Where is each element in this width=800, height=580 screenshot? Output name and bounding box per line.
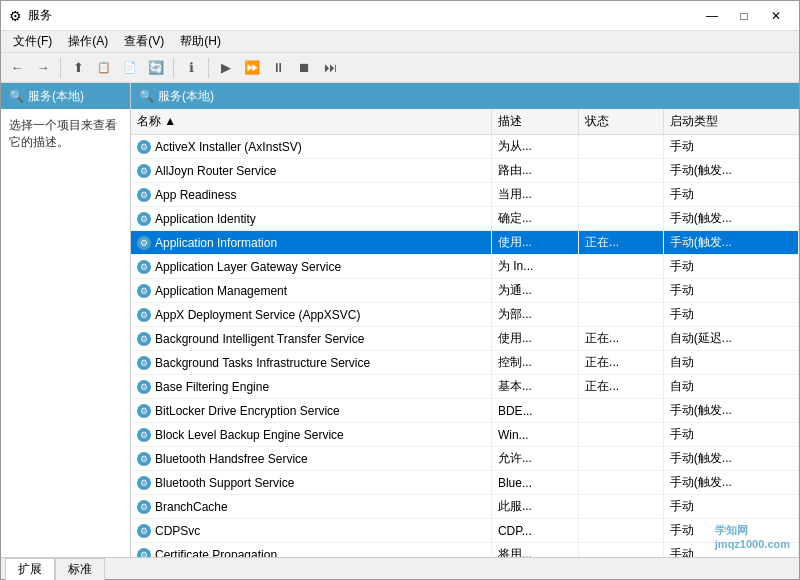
- service-icon: ⚙: [137, 380, 151, 394]
- service-status: [579, 543, 664, 558]
- service-desc: Win...: [491, 423, 578, 447]
- service-icon: ⚙: [137, 356, 151, 370]
- refresh-button[interactable]: 🔄: [144, 56, 168, 80]
- service-startup: 手动(触发...: [663, 447, 798, 471]
- service-icon: ⚙: [137, 140, 151, 154]
- menu-help[interactable]: 帮助(H): [172, 31, 229, 52]
- service-icon: ⚙: [137, 524, 151, 538]
- minimize-button[interactable]: —: [697, 5, 727, 27]
- table-row[interactable]: ⚙Certificate Propagation将用...手动: [131, 543, 799, 558]
- service-status: [579, 519, 664, 543]
- col-desc[interactable]: 描述: [491, 109, 578, 135]
- header-row: 名称 ▲ 描述 状态 启动类型: [131, 109, 799, 135]
- service-icon: ⚙: [137, 452, 151, 466]
- service-status: 正在...: [579, 231, 664, 255]
- main-content: 🔍 服务(本地) 选择一个项目来查看它的描述。 🔍 服务(本地) 名称 ▲ 描述…: [1, 83, 799, 557]
- table-row[interactable]: ⚙Application Layer Gateway Service为 In..…: [131, 255, 799, 279]
- properties-button[interactable]: ℹ: [179, 56, 203, 80]
- service-icon: ⚙: [137, 404, 151, 418]
- service-name: ⚙ActiveX Installer (AxInstSV): [131, 135, 491, 159]
- forward-button[interactable]: →: [31, 56, 55, 80]
- table-row[interactable]: ⚙Application Information使用...正在...手动(触发.…: [131, 231, 799, 255]
- service-icon: ⚙: [137, 548, 151, 557]
- left-pane-header: 🔍 服务(本地): [1, 83, 130, 109]
- service-name: ⚙Application Management: [131, 279, 491, 303]
- col-startup[interactable]: 启动类型: [663, 109, 798, 135]
- table-header: 名称 ▲ 描述 状态 启动类型: [131, 109, 799, 135]
- table-row[interactable]: ⚙AllJoyn Router Service路由...手动(触发...: [131, 159, 799, 183]
- col-status[interactable]: 状态: [579, 109, 664, 135]
- title-bar: ⚙ 服务 — □ ✕: [1, 1, 799, 31]
- service-icon: ⚙: [137, 428, 151, 442]
- table-row[interactable]: ⚙Bluetooth Support ServiceBlue...手动(触发..…: [131, 471, 799, 495]
- service-desc: Blue...: [491, 471, 578, 495]
- service-startup: 手动: [663, 303, 798, 327]
- service-status: 正在...: [579, 327, 664, 351]
- service-startup: 手动: [663, 543, 798, 558]
- menu-view[interactable]: 查看(V): [116, 31, 172, 52]
- maximize-button[interactable]: □: [729, 5, 759, 27]
- service-status: 正在...: [579, 351, 664, 375]
- table-row[interactable]: ⚙Bluetooth Handsfree Service允许...手动(触发..…: [131, 447, 799, 471]
- close-button[interactable]: ✕: [761, 5, 791, 27]
- table-row[interactable]: ⚙AppX Deployment Service (AppXSVC)为部...手…: [131, 303, 799, 327]
- service-desc: CDP...: [491, 519, 578, 543]
- start-button[interactable]: ▶: [214, 56, 238, 80]
- service-desc: 为部...: [491, 303, 578, 327]
- table-row[interactable]: ⚙BitLocker Drive Encryption ServiceBDE..…: [131, 399, 799, 423]
- back-button[interactable]: ←: [5, 56, 29, 80]
- service-status: [579, 183, 664, 207]
- service-name: ⚙Application Information: [131, 231, 491, 255]
- table-row[interactable]: ⚙Base Filtering Engine基本...正在...自动: [131, 375, 799, 399]
- table-row[interactable]: ⚙Block Level Backup Engine ServiceWin...…: [131, 423, 799, 447]
- resume-button[interactable]: ⏩: [240, 56, 264, 80]
- service-icon: ⚙: [137, 188, 151, 202]
- service-status: [579, 159, 664, 183]
- service-startup: 自动(延迟...: [663, 327, 798, 351]
- services-table[interactable]: 名称 ▲ 描述 状态 启动类型 ⚙ActiveX Installer (AxIn…: [131, 109, 799, 557]
- service-icon: ⚙: [137, 332, 151, 346]
- table-row[interactable]: ⚙Application Management为通...手动: [131, 279, 799, 303]
- restart-button[interactable]: ⏭: [318, 56, 342, 80]
- left-pane-description: 选择一个项目来查看它的描述。: [1, 109, 130, 159]
- service-desc: 当用...: [491, 183, 578, 207]
- table-row[interactable]: ⚙CDPSvcCDP...手动: [131, 519, 799, 543]
- pause-button[interactable]: ⏸: [266, 56, 290, 80]
- service-name: ⚙Bluetooth Support Service: [131, 471, 491, 495]
- service-name: ⚙App Readiness: [131, 183, 491, 207]
- table-row[interactable]: ⚙ActiveX Installer (AxInstSV)为从...手动: [131, 135, 799, 159]
- service-name: ⚙BranchCache: [131, 495, 491, 519]
- service-name: ⚙Block Level Backup Engine Service: [131, 423, 491, 447]
- service-status: [579, 279, 664, 303]
- table-row[interactable]: ⚙Background Tasks Infrastructure Service…: [131, 351, 799, 375]
- service-status: [579, 135, 664, 159]
- col-name[interactable]: 名称 ▲: [131, 109, 491, 135]
- table-row[interactable]: ⚙App Readiness当用...手动: [131, 183, 799, 207]
- service-startup: 手动(触发...: [663, 399, 798, 423]
- service-name: ⚙Application Identity: [131, 207, 491, 231]
- search-icon: 🔍: [9, 89, 24, 103]
- service-desc: 此服...: [491, 495, 578, 519]
- menu-file[interactable]: 文件(F): [5, 31, 60, 52]
- stop-button[interactable]: ⏹: [292, 56, 316, 80]
- table-row[interactable]: ⚙BranchCache此服...手动: [131, 495, 799, 519]
- service-status: [579, 447, 664, 471]
- toolbar-separator-3: [208, 58, 209, 78]
- up-button[interactable]: ⬆: [66, 56, 90, 80]
- service-icon: ⚙: [137, 212, 151, 226]
- service-startup: 手动: [663, 519, 798, 543]
- service-startup: 手动: [663, 183, 798, 207]
- tab-standard[interactable]: 标准: [55, 558, 105, 580]
- table-row[interactable]: ⚙Background Intelligent Transfer Service…: [131, 327, 799, 351]
- tab-extend[interactable]: 扩展: [5, 558, 55, 580]
- service-startup: 自动: [663, 375, 798, 399]
- service-desc: 使用...: [491, 231, 578, 255]
- service-desc: 将用...: [491, 543, 578, 558]
- paste-button[interactable]: 📄: [118, 56, 142, 80]
- window-controls: — □ ✕: [697, 5, 791, 27]
- service-icon: ⚙: [137, 236, 151, 250]
- menu-action[interactable]: 操作(A): [60, 31, 116, 52]
- service-name: ⚙AllJoyn Router Service: [131, 159, 491, 183]
- table-row[interactable]: ⚙Application Identity确定...手动(触发...: [131, 207, 799, 231]
- copy-button[interactable]: 📋: [92, 56, 116, 80]
